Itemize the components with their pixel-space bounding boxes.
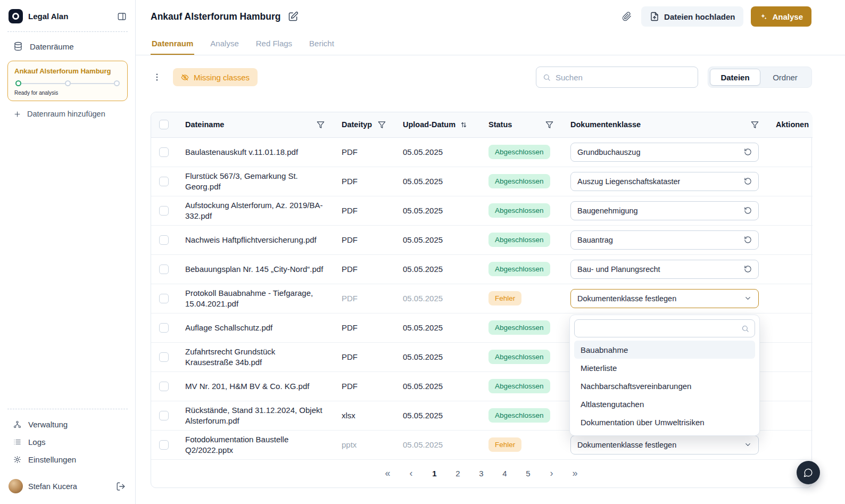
status-badge: Abgeschlossen: [488, 350, 550, 364]
dataroom-card-selected[interactable]: Ankauf Alsterforum Hamburg Ready for ana…: [7, 61, 128, 101]
document-class-select[interactable]: Baugenehmigung: [570, 201, 759, 220]
dropdown-option[interactable]: Dokumentation über Umweltrisiken: [574, 413, 755, 431]
dropdown-option[interactable]: Nachbarschaftsvereinbarungen: [574, 377, 755, 395]
row-checkbox[interactable]: [159, 411, 169, 420]
document-class-value: Bauantrag: [577, 236, 613, 244]
status-badge: Abgeschlossen: [488, 233, 550, 247]
kebab-menu-icon[interactable]: [151, 72, 163, 82]
view-toggle: Dateien Ordner: [708, 67, 812, 88]
comment-file-button[interactable]: [792, 175, 797, 187]
tab-bericht[interactable]: Bericht: [308, 33, 335, 55]
delete-file-button[interactable]: [784, 204, 788, 217]
edit-title-icon[interactable]: [288, 11, 299, 22]
document-class-select[interactable]: Grundbuchauszug: [570, 143, 759, 162]
document-class-value: Grundbuchauszug: [577, 148, 641, 156]
sidebar-item-verwaltung[interactable]: Verwaltung: [0, 416, 135, 433]
document-class-select[interactable]: Auszug Liegenschaftskataster: [570, 172, 759, 191]
row-checkbox[interactable]: [159, 206, 169, 216]
comment-file-button[interactable]: [792, 146, 797, 158]
select-all-checkbox[interactable]: [159, 120, 169, 129]
table-row: Bebauungsplan Nr. 145 „City-Nord“.pdfPDF…: [151, 254, 813, 284]
view-toggle-ordner[interactable]: Ordner: [760, 69, 810, 86]
tab-analyse[interactable]: Analyse: [209, 33, 239, 55]
row-checkbox[interactable]: [159, 265, 169, 274]
comment-file-button[interactable]: [792, 439, 797, 451]
view-toggle-dateien[interactable]: Dateien: [710, 69, 760, 86]
main-content: Ankauf Alsterforum Hamburg Dateien hochl…: [136, 0, 845, 504]
paperclip-icon[interactable]: [622, 12, 632, 21]
user-row[interactable]: Stefan Kucera: [0, 470, 135, 504]
progress-dot: [65, 80, 71, 86]
document-class-select[interactable]: Bau- und Planungsrecht: [570, 260, 759, 279]
missing-classes-filter-chip[interactable]: Missing classes: [173, 68, 258, 86]
delete-file-button[interactable]: [784, 321, 788, 334]
tab-datenraum[interactable]: Datenraum: [151, 33, 194, 55]
pagination-page-1[interactable]: 1: [427, 466, 443, 482]
delete-file-button[interactable]: [784, 175, 788, 187]
pagination-page-2[interactable]: 2: [450, 466, 466, 482]
dropdown-search-input[interactable]: [580, 324, 737, 333]
filter-icon[interactable]: [378, 121, 386, 129]
dropdown-option[interactable]: Bauabnahme: [574, 341, 755, 359]
file-type-cell: xlsx: [333, 401, 394, 430]
actions-cell: [767, 196, 813, 225]
sidebar-section-datenraeume[interactable]: Datenräume: [0, 32, 135, 56]
chat-fab-button[interactable]: [797, 461, 820, 484]
delete-file-button[interactable]: [784, 146, 788, 158]
comment-file-button[interactable]: [792, 380, 797, 392]
collapse-sidebar-icon[interactable]: [117, 12, 127, 21]
dropdown-option[interactable]: Mieterliste: [574, 359, 755, 377]
document-class-cell: Dokumentenklasse festlegen: [562, 284, 767, 313]
row-checkbox[interactable]: [159, 147, 169, 157]
row-checkbox[interactable]: [159, 235, 169, 245]
pagination-next[interactable]: ›: [544, 466, 560, 482]
document-class-select[interactable]: Dokumentenklasse festlegen: [570, 435, 759, 455]
comment-file-button[interactable]: [792, 234, 797, 246]
delete-file-button[interactable]: [784, 351, 788, 363]
delete-file-button[interactable]: [784, 263, 788, 275]
pagination-last[interactable]: »: [567, 466, 583, 482]
upload-files-button[interactable]: Dateien hochladen: [641, 6, 743, 27]
filter-icon[interactable]: [545, 121, 553, 129]
filter-icon[interactable]: [317, 121, 325, 129]
toolbar: Missing classes Dateien Ordner: [151, 67, 812, 88]
sidebar-item-einstellungen[interactable]: Einstellungen: [0, 451, 135, 468]
delete-file-button[interactable]: [784, 439, 788, 451]
search-input[interactable]: [556, 73, 691, 82]
row-checkbox[interactable]: [159, 294, 169, 303]
delete-file-button[interactable]: [784, 234, 788, 246]
pagination-page-5[interactable]: 5: [520, 466, 536, 482]
status-badge: Abgeschlossen: [488, 379, 550, 393]
comment-file-button[interactable]: [792, 204, 797, 217]
dropdown-option[interactable]: Altlastengutachen: [574, 395, 755, 413]
delete-file-button[interactable]: [784, 409, 788, 422]
pagination-prev[interactable]: ‹: [403, 466, 419, 482]
sort-icon[interactable]: [460, 121, 468, 129]
comment-file-button[interactable]: [792, 263, 797, 275]
pagination-page-4[interactable]: 4: [497, 466, 513, 482]
pagination-first[interactable]: «: [380, 466, 396, 482]
delete-file-button[interactable]: [784, 292, 788, 304]
add-dataroom-button[interactable]: Datenraum hinzufügen: [0, 101, 135, 123]
document-class-select[interactable]: Bauantrag: [570, 230, 759, 250]
row-checkbox[interactable]: [159, 440, 169, 450]
tab-red-flags[interactable]: Red Flags: [255, 33, 293, 55]
document-class-select[interactable]: Dokumentenklasse festlegen: [570, 289, 759, 308]
sidebar-item-logs[interactable]: Logs: [0, 433, 135, 451]
actions-cell: [767, 401, 813, 430]
row-checkbox[interactable]: [159, 323, 169, 333]
row-checkbox[interactable]: [159, 177, 169, 186]
analyse-button[interactable]: Analyse: [751, 6, 811, 27]
actions-cell: [767, 254, 813, 284]
comment-file-button[interactable]: [792, 292, 797, 304]
row-checkbox[interactable]: [159, 352, 169, 362]
delete-file-button[interactable]: [784, 380, 788, 392]
logout-icon[interactable]: [116, 482, 126, 491]
comment-file-button[interactable]: [792, 351, 797, 363]
comment-file-button[interactable]: [792, 321, 797, 334]
gear-icon: [13, 456, 21, 464]
pagination-page-3[interactable]: 3: [474, 466, 490, 482]
comment-file-button[interactable]: [792, 409, 797, 422]
filter-icon[interactable]: [751, 121, 759, 129]
row-checkbox[interactable]: [159, 382, 169, 391]
